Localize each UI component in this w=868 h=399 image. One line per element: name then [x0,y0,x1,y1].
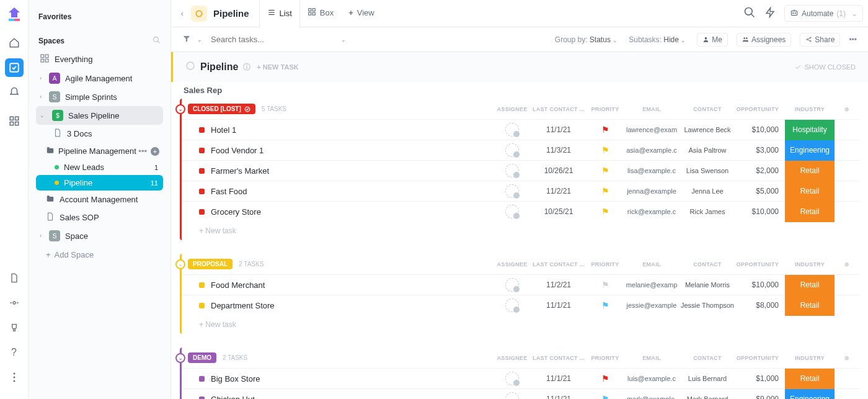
docs-item[interactable]: 3 Docs [50,125,163,143]
status-chip[interactable]: PROPOSAL [188,259,232,269]
contact-cell[interactable]: Lisa Swenson [680,167,735,174]
apps-icon[interactable] [5,112,24,130]
pulse-icon[interactable] [5,294,24,312]
collapse-sidebar-button[interactable]: ‹ [176,0,188,27]
task-row[interactable]: Department Store 11/1/21 ⚑ jessie@exampl… [182,295,859,315]
space-item[interactable]: ›AAgile Management [36,69,163,87]
trophy-icon[interactable] [5,318,24,337]
notifications-icon[interactable] [5,83,24,102]
last-contact-cell[interactable]: 10/26/21 [531,166,587,175]
opportunity-cell[interactable]: $8,000 [735,301,785,310]
industry-cell[interactable]: Retail [785,369,835,389]
task-row[interactable]: Chicken Hut 11/1/21 ⚑ mark@example. Mark… [182,388,859,399]
tasks-icon[interactable] [5,58,24,77]
priority-cell[interactable]: ⚑ [587,394,624,399]
subtasks-control[interactable]: Subtasks: Hide ⌄ [629,35,688,44]
collapse-group-button[interactable]: ⌄ [175,104,185,114]
task-status-icon[interactable] [199,397,205,400]
industry-cell[interactable]: Retail [785,295,835,316]
folder-item[interactable]: Pipeline Management•••+ [42,143,163,159]
industry-cell[interactable]: Retail [785,161,835,181]
collapse-group-button[interactable]: ⌄ [175,353,185,363]
status-chip[interactable]: CLOSED [LOST] [188,104,255,114]
contact-cell[interactable]: Rick James [680,208,735,215]
contact-cell[interactable]: Luis Bernard [680,375,735,382]
groupby-control[interactable]: Group by: Status ⌄ [555,35,620,44]
folder-item[interactable]: Account Management [42,191,163,208]
task-status-icon[interactable] [199,209,205,215]
automate-button[interactable]: Automate (1) ⌄ [784,5,863,22]
add-column-button[interactable]: ⊕ [835,106,859,112]
priority-cell[interactable]: ⚑ [587,166,624,176]
new-task-button[interactable]: + New task [182,315,859,334]
search-chevron-icon[interactable]: ⌄ [341,37,346,43]
email-cell[interactable]: jenna@example [624,187,680,195]
task-status-icon[interactable] [199,376,205,382]
last-contact-cell[interactable]: 11/1/21 [531,301,587,310]
filter-icon[interactable] [182,34,191,45]
new-task-button[interactable]: + NEW TASK [257,63,298,71]
task-row[interactable]: Food Vendor 1 11/3/21 ⚑ asia@example.c A… [182,140,859,160]
last-contact-cell[interactable]: 11/3/21 [531,146,587,155]
new-task-button[interactable]: + New task [182,222,859,240]
contact-cell[interactable]: Asia Paltrow [680,146,735,154]
last-contact-cell[interactable]: 11/1/21 [531,374,587,383]
assignee-cell[interactable] [494,392,531,399]
task-row[interactable]: Food Merchant 11/2/21 ⚑ melanie@examp Me… [182,274,859,295]
help-icon[interactable]: ? [5,343,24,362]
list-item[interactable]: Pipeline11 [36,175,163,191]
filter-chevron-icon[interactable]: ⌄ [197,37,202,43]
task-row[interactable]: Big Box Store 11/1/21 ⚑ luis@example.c L… [182,368,859,388]
task-row[interactable]: Grocery Store 10/25/21 ⚑ rick@example.c … [182,201,859,222]
task-row[interactable]: Hotel 1 11/1/21 ⚑ lawrence@exam Lawrence… [182,119,859,140]
task-status-icon[interactable] [199,303,205,308]
industry-cell[interactable]: Retail [785,275,835,295]
add-column-button[interactable]: ⊕ [835,261,859,267]
content-scroll[interactable]: Pipeline ⓘ + NEW TASK SHOW CLOSED Sales … [171,52,868,399]
space-item[interactable]: ›SSimple Sprints [36,87,163,106]
task-status-icon[interactable] [199,148,205,153]
assignee-cell[interactable] [494,164,531,177]
industry-cell[interactable]: Hospitality [785,120,835,140]
app-logo[interactable] [6,6,22,22]
task-row[interactable]: Fast Food 11/2/21 ⚑ jenna@example Jenna … [182,181,859,201]
search-spaces-icon[interactable] [153,36,161,46]
list-color-chip[interactable] [191,6,207,22]
add-icon[interactable]: + [151,147,159,156]
industry-cell[interactable]: Engineering [785,140,835,161]
industry-cell[interactable]: Engineering [785,389,835,400]
industry-cell[interactable]: Retail [785,202,835,222]
priority-cell[interactable]: ⚑ [587,207,624,217]
priority-cell[interactable]: ⚑ [587,145,624,155]
email-cell[interactable]: melanie@examp [624,281,680,289]
email-cell[interactable]: luis@example.c [624,375,680,382]
doc-icon[interactable] [5,269,24,287]
priority-cell[interactable]: ⚑ [587,300,624,310]
task-status-icon[interactable] [199,282,205,288]
email-cell[interactable]: lawrence@exam [624,126,680,133]
email-cell[interactable]: mark@example. [624,395,680,399]
search-icon[interactable] [743,6,756,20]
info-icon[interactable]: ⓘ [243,62,250,73]
me-button[interactable]: Me [697,33,728,47]
add-space-button[interactable]: +Add Space [36,245,163,264]
share-button[interactable]: Share [800,33,840,47]
last-contact-cell[interactable]: 11/2/21 [531,280,587,289]
assignee-cell[interactable] [494,278,531,292]
email-cell[interactable]: asia@example.c [624,146,680,154]
priority-cell[interactable]: ⚑ [587,125,624,135]
email-cell[interactable]: lisa@example.c [624,167,680,174]
opportunity-cell[interactable]: $2,000 [735,166,785,175]
task-row[interactable]: Farmer's Market 10/26/21 ⚑ lisa@example.… [182,160,859,181]
priority-cell[interactable]: ⚑ [587,186,624,196]
view-tab-view[interactable]: +View [341,0,382,27]
add-column-button[interactable]: ⊕ [835,355,859,361]
doc-item[interactable]: Sales SOP [42,208,163,226]
contact-cell[interactable]: Jenna Lee [680,187,735,195]
home-icon[interactable] [5,34,24,52]
opportunity-cell[interactable]: $10,000 [735,207,785,216]
assignee-cell[interactable] [494,205,531,218]
more-icon[interactable] [5,368,24,387]
task-status-icon[interactable] [199,168,205,174]
view-tab-box[interactable]: Box [300,0,341,27]
